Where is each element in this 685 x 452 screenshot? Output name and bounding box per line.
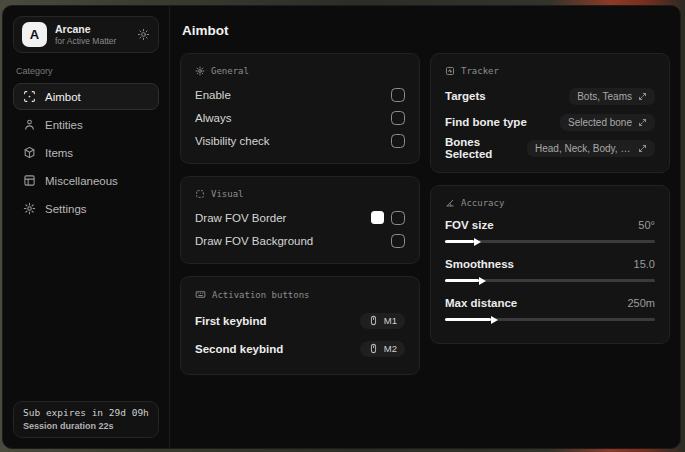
- smoothness-slider[interactable]: [445, 279, 655, 282]
- expand-icon: [638, 144, 647, 153]
- targets-label: Targets: [445, 90, 486, 102]
- tracker-row-bones-selected: Bones Selected Head, Neck, Body, Pe...: [445, 135, 655, 161]
- sidebar-spacer: [13, 223, 159, 401]
- slider-group-max-distance: Max distance 250m: [445, 293, 655, 321]
- layout-icon: [23, 174, 36, 187]
- always-checkbox[interactable]: [391, 111, 405, 125]
- crosshair-icon: [23, 90, 36, 103]
- fov-size-value: 50°: [638, 219, 655, 231]
- targets-dropdown[interactable]: Bots, Teams: [569, 88, 655, 105]
- tracker-card: Tracker Targets Bots, Teams: [430, 53, 670, 173]
- sidebar-item-label: Settings: [45, 203, 87, 215]
- second-keybind-label: Second keybind: [195, 343, 283, 355]
- visual-header: Visual: [195, 189, 405, 199]
- visual-card: Visual Draw FOV Border Draw FOV Backgrou…: [180, 176, 420, 264]
- sidebar-item-settings[interactable]: Settings: [13, 195, 159, 222]
- slider-thumb[interactable]: [479, 277, 486, 285]
- setting-row-visibility-check: Visibility check: [195, 129, 405, 152]
- second-keybind-value: M2: [384, 343, 397, 354]
- expand-icon: [638, 118, 647, 127]
- sidebar-item-label: Items: [45, 147, 73, 159]
- app-logo: A: [22, 22, 47, 47]
- first-keybind-label: First keybind: [195, 315, 267, 327]
- cube-icon: [23, 146, 36, 159]
- second-keybind-button[interactable]: M2: [360, 341, 405, 357]
- visibility-check-checkbox[interactable]: [391, 134, 405, 148]
- mouse-icon: [368, 343, 379, 354]
- left-column: General Enable Always Visibility check: [180, 53, 420, 375]
- main-content: Aimbot General: [170, 6, 680, 448]
- target-icon: [445, 66, 455, 76]
- enable-checkbox[interactable]: [391, 88, 405, 102]
- gear-icon[interactable]: [137, 28, 150, 41]
- fov-background-checkbox[interactable]: [391, 234, 405, 248]
- page-title: Aimbot: [182, 23, 670, 38]
- tracker-header: Tracker: [445, 66, 655, 76]
- sub-expiry-text: Sub expires in 29d 09h: [23, 407, 149, 418]
- setting-row-enable: Enable: [195, 83, 405, 106]
- bones-selected-value: Head, Neck, Body, Pe...: [535, 143, 632, 154]
- first-keybind-button[interactable]: M1: [360, 313, 405, 329]
- tracker-row-targets: Targets Bots, Teams: [445, 83, 655, 109]
- setting-row-fov-background: Draw FOV Background: [195, 229, 405, 252]
- app-window: A Arcane for Active Matter Category Aimb: [2, 5, 681, 449]
- right-column: Tracker Targets Bots, Teams: [430, 53, 670, 344]
- sidebar-item-entities[interactable]: Entities: [13, 111, 159, 138]
- sidebar-item-aimbot[interactable]: Aimbot: [13, 83, 159, 110]
- sidebar-item-items[interactable]: Items: [13, 139, 159, 166]
- fov-border-checkbox[interactable]: [391, 211, 405, 225]
- max-distance-value: 250m: [627, 297, 655, 309]
- general-header: General: [195, 66, 405, 76]
- fov-background-label: Draw FOV Background: [195, 235, 313, 247]
- person-icon: [23, 118, 36, 131]
- keybind-row-second: Second keybind M2: [195, 335, 405, 363]
- expand-icon: [638, 92, 647, 101]
- general-header-label: General: [211, 66, 249, 76]
- gear-icon: [195, 66, 205, 76]
- setting-row-always: Always: [195, 106, 405, 129]
- app-meta: Arcane for Active Matter: [55, 23, 116, 46]
- fov-size-label: FOV size: [445, 219, 494, 231]
- find-bone-type-label: Find bone type: [445, 116, 527, 128]
- tracker-header-label: Tracker: [461, 66, 499, 76]
- slider-fill: [445, 240, 474, 243]
- slider-group-smoothness: Smoothness 15.0: [445, 254, 655, 282]
- sidebar-item-label: Miscellaneous: [45, 175, 118, 187]
- slider-group-fov-size: FOV size 50°: [445, 215, 655, 243]
- always-label: Always: [195, 112, 231, 124]
- mouse-icon: [368, 315, 379, 326]
- find-bone-type-dropdown[interactable]: Selected bone: [560, 114, 655, 131]
- slider-thumb[interactable]: [474, 238, 481, 246]
- gear-icon: [23, 202, 36, 215]
- keyboard-icon: [195, 289, 206, 300]
- fov-border-controls: [371, 211, 405, 225]
- enable-label: Enable: [195, 89, 231, 101]
- activation-header-label: Activation buttons: [212, 290, 310, 300]
- targets-value: Bots, Teams: [577, 91, 632, 102]
- app-header-card: A Arcane for Active Matter: [13, 16, 159, 53]
- general-card: General Enable Always Visibility check: [180, 53, 420, 164]
- bones-selected-dropdown[interactable]: Head, Neck, Body, Pe...: [527, 140, 655, 157]
- fov-size-slider[interactable]: [445, 240, 655, 243]
- category-label: Category: [16, 66, 156, 76]
- app-subtitle: for Active Matter: [55, 36, 116, 46]
- setting-row-fov-border: Draw FOV Border: [195, 206, 405, 229]
- color-swatch[interactable]: [371, 211, 384, 224]
- visual-header-label: Visual: [211, 189, 244, 199]
- max-distance-slider[interactable]: [445, 318, 655, 321]
- slider-fill: [445, 318, 491, 321]
- accuracy-header-label: Accuracy: [461, 198, 504, 208]
- sidebar: A Arcane for Active Matter Category Aimb: [3, 6, 170, 448]
- visibility-check-label: Visibility check: [195, 135, 270, 147]
- first-keybind-value: M1: [384, 315, 397, 326]
- session-duration-text: Session duration 22s: [23, 421, 149, 431]
- activation-card: Activation buttons First keybind M1: [180, 276, 420, 375]
- slider-thumb[interactable]: [491, 316, 498, 324]
- accuracy-card: Accuracy FOV size 50°: [430, 185, 670, 344]
- app-name: Arcane: [55, 23, 116, 35]
- bones-selected-label: Bones Selected: [445, 136, 527, 160]
- sidebar-item-label: Aimbot: [45, 91, 81, 103]
- accuracy-header: Accuracy: [445, 198, 655, 208]
- angle-icon: [445, 198, 455, 208]
- sidebar-item-miscellaneous[interactable]: Miscellaneous: [13, 167, 159, 194]
